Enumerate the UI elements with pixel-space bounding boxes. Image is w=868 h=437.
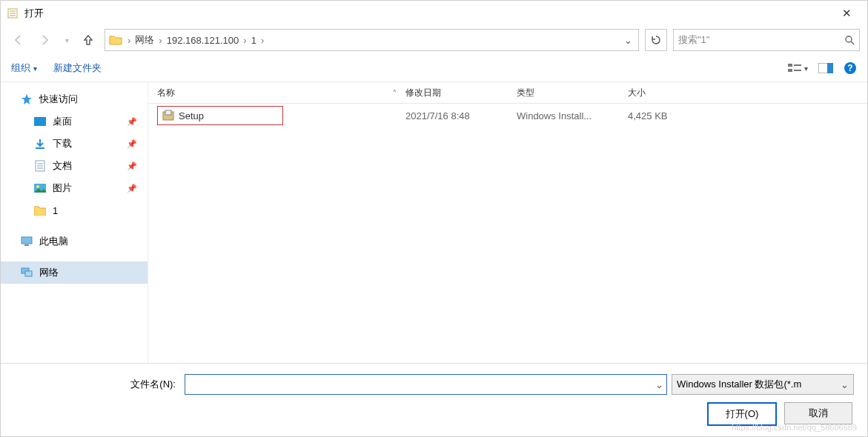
search-placeholder: 搜索"1" [678, 33, 844, 47]
window-title: 打开 [24, 7, 832, 20]
column-type[interactable]: 类型 [508, 87, 619, 99]
sidebar-label: 桌面 [53, 115, 72, 128]
sidebar-documents[interactable]: 文档 📌 [1, 155, 148, 177]
column-label: 名称 [157, 87, 175, 99]
address-bar[interactable]: › 网络 › 192.168.121.100 › 1 › ⌄ [105, 29, 639, 51]
breadcrumb-network[interactable]: 网络 [132, 33, 157, 47]
folder-icon [108, 33, 123, 47]
sidebar-label: 下载 [53, 137, 72, 150]
sidebar-label: 1 [53, 205, 58, 216]
chevron-down-icon: ▾ [804, 64, 808, 73]
view-options-button[interactable]: ▾ [788, 63, 808, 73]
svg-rect-28 [165, 110, 171, 115]
picture-icon [33, 184, 47, 193]
filter-label: Windows Installer 数据包(*.m [677, 378, 801, 391]
file-date: 2021/7/16 8:48 [397, 110, 508, 121]
column-name[interactable]: 名称 ˄ [148, 87, 397, 99]
sidebar-label: 图片 [53, 181, 72, 195]
sidebar-label: 快速访问 [39, 93, 78, 106]
svg-rect-7 [788, 69, 792, 72]
chevron-right-icon: › [259, 35, 265, 46]
filename-input[interactable]: ⌄ [185, 374, 667, 395]
svg-point-22 [36, 185, 39, 188]
svg-point-4 [846, 36, 852, 42]
svg-rect-6 [788, 64, 792, 67]
sidebar-this-pc[interactable]: 此电脑 [1, 230, 148, 253]
sidebar-quick-access[interactable]: 快速访问 [1, 88, 148, 110]
pc-icon [20, 236, 33, 247]
column-size[interactable]: 大小 [619, 87, 708, 99]
window-icon [7, 7, 19, 19]
new-folder-label: 新建文件夹 [53, 61, 102, 75]
chevron-right-icon: › [242, 35, 248, 46]
open-button[interactable]: 打开(O) [707, 402, 777, 426]
sidebar-downloads[interactable]: 下载 📌 [1, 133, 148, 155]
svg-rect-26 [25, 271, 32, 276]
filename-label: 文件名(N): [14, 378, 180, 391]
file-row[interactable]: Setup 2021/7/16 8:48 Windows Install... … [148, 104, 867, 127]
folder-icon [33, 205, 47, 216]
download-icon [33, 138, 47, 150]
forward-button[interactable] [35, 30, 56, 50]
help-button[interactable]: ? [844, 61, 857, 75]
svg-line-5 [851, 41, 854, 44]
back-button[interactable] [8, 30, 29, 50]
desktop-icon [33, 117, 47, 126]
sidebar-network[interactable]: 网络 [1, 261, 148, 284]
close-button[interactable]: ✕ [832, 7, 861, 20]
msi-icon [162, 110, 174, 121]
network-icon [20, 267, 33, 278]
file-name: Setup [179, 110, 204, 121]
chevron-down-icon: ⌄ [841, 379, 849, 390]
chevron-right-icon: › [126, 35, 132, 46]
sidebar-label: 文档 [53, 159, 72, 173]
up-button[interactable] [78, 30, 99, 50]
breadcrumb-ip[interactable]: 192.168.121.100 [164, 35, 242, 46]
chevron-down-icon[interactable]: ⌄ [655, 379, 663, 390]
address-dropdown[interactable]: ⌄ [620, 35, 635, 46]
star-icon [20, 93, 33, 105]
search-icon [844, 35, 855, 45]
sidebar-label: 此电脑 [39, 235, 68, 248]
document-icon [33, 160, 47, 172]
pin-icon: 📌 [127, 117, 137, 127]
svg-rect-11 [827, 63, 833, 73]
sidebar-desktop[interactable]: 桌面 📌 [1, 110, 148, 133]
chevron-right-icon: › [157, 35, 163, 46]
organize-label: 组织 [11, 61, 30, 75]
svg-rect-15 [34, 117, 46, 126]
svg-marker-14 [21, 94, 32, 104]
file-type-filter[interactable]: Windows Installer 数据包(*.m ⌄ [672, 374, 854, 395]
sidebar-folder-1[interactable]: 1 [1, 199, 148, 221]
svg-rect-24 [24, 244, 29, 246]
recent-locations-button[interactable]: ▾ [62, 30, 72, 50]
new-folder-button[interactable]: 新建文件夹 [53, 61, 102, 75]
organize-menu[interactable]: 组织 ▾ [11, 61, 37, 75]
column-date[interactable]: 修改日期 [397, 87, 508, 99]
sidebar-pictures[interactable]: 图片 📌 [1, 177, 148, 199]
file-size: 4,425 KB [619, 110, 708, 121]
svg-rect-23 [21, 237, 32, 244]
search-input[interactable]: 搜索"1" [673, 29, 860, 51]
chevron-down-icon: ▾ [33, 64, 37, 73]
pin-icon: 📌 [127, 161, 137, 171]
pin-icon: 📌 [127, 139, 137, 149]
breadcrumb-folder[interactable]: 1 [248, 35, 259, 46]
file-type: Windows Install... [508, 110, 619, 121]
sidebar-label: 网络 [39, 266, 59, 279]
preview-pane-button[interactable] [818, 63, 833, 73]
pin-icon: 📌 [127, 184, 137, 193]
svg-text:?: ? [847, 63, 852, 73]
cancel-button[interactable]: 取消 [784, 402, 852, 424]
navigation-pane: 快速访问 桌面 📌 下载 📌 文档 📌 图片 📌 [1, 82, 148, 363]
refresh-button[interactable] [645, 29, 667, 51]
